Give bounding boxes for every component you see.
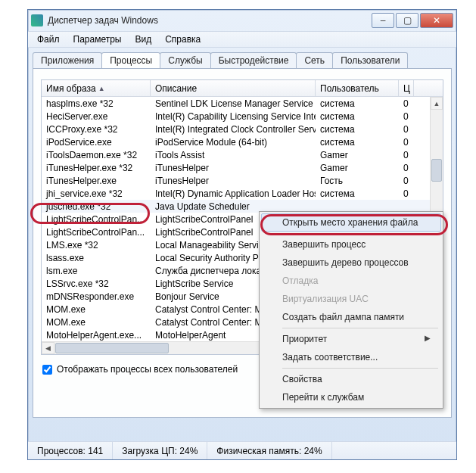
cell-user: система xyxy=(316,98,399,109)
cell-user: Gamer xyxy=(316,163,399,173)
cell-cpu: 0 xyxy=(399,98,414,109)
statusbar: Процессов: 141 Загрузка ЦП: 24% Физическ… xyxy=(28,441,456,459)
cell-name: ICCProxy.exe *32 xyxy=(42,124,151,135)
tab-performance[interactable]: Быстродействие xyxy=(210,52,297,68)
window-title: Диспетчер задач Windows xyxy=(48,15,372,26)
cell-user: система xyxy=(316,188,399,199)
show-all-users-row: Отображать процессы всех пользователей xyxy=(42,364,238,375)
cell-description: iTools Assist xyxy=(151,150,316,160)
cell-description: iPodService Module (64-bit) xyxy=(151,137,316,148)
cell-name: jhi_service.exe *32 xyxy=(42,188,151,199)
column-user[interactable]: Пользователь xyxy=(316,80,399,96)
cell-description: Intel(R) Integrated Clock Controller Ser… xyxy=(151,124,316,135)
cell-name: LightScribeControlPan... xyxy=(42,227,151,238)
menu-end-process[interactable]: Завершить процесс xyxy=(261,235,441,254)
close-button[interactable]: ✕ xyxy=(420,13,453,28)
hscroll-thumb[interactable] xyxy=(55,343,169,353)
scroll-up-button[interactable]: ▲ xyxy=(431,97,443,110)
menu-separator xyxy=(282,328,438,328)
show-all-users-label: Отображать процессы всех пользователей xyxy=(57,364,238,375)
menu-separator xyxy=(282,233,438,234)
cell-name: lsass.exe xyxy=(42,253,151,263)
cell-description: Intel(R) Capability Licensing Service In… xyxy=(151,111,316,122)
cell-name: hasplms.exe *32 xyxy=(42,98,151,109)
column-cpu[interactable]: Ц xyxy=(399,80,414,96)
cell-cpu: 0 xyxy=(399,163,414,173)
cell-description: Intel(R) Dynamic Application Loader Host… xyxy=(151,188,316,199)
cell-cpu: 0 xyxy=(399,137,414,148)
process-context-menu: Открыть место хранения файла Завершить п… xyxy=(259,211,443,409)
list-header: Имя образа▲ Описание Пользователь Ц xyxy=(42,80,443,97)
table-row[interactable]: iTunesHelper.exe *32iTunesHelperGamer0 xyxy=(42,161,443,174)
menu-open-file-location[interactable]: Открыть место хранения файла xyxy=(261,213,441,232)
cell-name: HeciServer.exe xyxy=(42,111,151,122)
menu-separator xyxy=(282,368,438,369)
menu-help[interactable]: Справка xyxy=(159,33,207,46)
column-image-name[interactable]: Имя образа▲ xyxy=(42,80,151,96)
table-row[interactable]: HeciServer.exeIntel(R) Capability Licens… xyxy=(42,110,443,123)
cell-name: MotoHelperAgent.exe... xyxy=(42,330,151,341)
cell-name: iPodService.exe xyxy=(42,137,151,148)
cell-user: Гость xyxy=(316,176,399,186)
menu-priority[interactable]: Приоритет▶ xyxy=(261,330,441,348)
menu-end-process-tree[interactable]: Завершить дерево процессов xyxy=(261,254,441,272)
cell-description: Java Update Scheduler xyxy=(151,201,316,212)
table-row[interactable]: iPodService.exeiPodService Module (64-bi… xyxy=(42,135,443,148)
tab-network[interactable]: Сеть xyxy=(296,52,333,68)
cell-user: система xyxy=(316,124,399,135)
cell-name: LSSrvc.exe *32 xyxy=(42,279,151,289)
menu-create-dump[interactable]: Создать файл дампа памяти xyxy=(261,308,441,326)
menu-debug: Отладка xyxy=(261,272,441,290)
cell-cpu: 0 xyxy=(399,176,414,186)
cell-name: MOM.exe xyxy=(42,304,151,315)
table-row[interactable]: iToolsDaemon.exe *32iTools AssistGamer0 xyxy=(42,148,443,161)
scroll-thumb[interactable] xyxy=(431,159,442,182)
tabstrip: Приложения Процессы Службы Быстродействи… xyxy=(28,48,456,68)
cell-name: LightScribeControlPan... xyxy=(42,214,151,225)
column-description[interactable]: Описание xyxy=(151,80,316,96)
cell-description: iTunesHelper xyxy=(151,163,316,173)
cell-name: MOM.exe xyxy=(42,317,151,328)
cell-cpu: 0 xyxy=(399,150,414,160)
show-all-users-checkbox[interactable] xyxy=(42,365,52,375)
cell-user: Gamer xyxy=(316,150,399,160)
menu-set-affinity[interactable]: Задать соответствие... xyxy=(261,348,441,366)
menu-file[interactable]: Файл xyxy=(31,33,66,46)
menu-uac-virtualization: Виртуализация UAC xyxy=(261,290,441,308)
cell-name: iTunesHelper.exe *32 xyxy=(42,163,151,173)
app-icon xyxy=(31,14,43,26)
table-row[interactable]: ICCProxy.exe *32Intel(R) Integrated Cloc… xyxy=(42,123,443,135)
cell-name: lsm.exe xyxy=(42,266,151,276)
cell-cpu: 0 xyxy=(399,188,414,199)
titlebar[interactable]: Диспетчер задач Windows – ▢ ✕ xyxy=(28,10,456,31)
menu-view[interactable]: Вид xyxy=(129,33,157,46)
cell-description: iTunesHelper xyxy=(151,176,316,186)
table-row[interactable]: jhi_service.exe *32Intel(R) Dynamic Appl… xyxy=(42,187,443,200)
sort-ascending-icon: ▲ xyxy=(98,85,105,92)
status-cpu-usage: Загрузка ЦП: 24% xyxy=(113,442,207,459)
cell-name: LMS.exe *32 xyxy=(42,240,151,251)
cell-description: Sentinel LDK License Manager Service xyxy=(151,98,316,109)
cell-name: jusched.exe *32 xyxy=(42,201,151,212)
minimize-button[interactable]: – xyxy=(372,13,394,28)
tab-users[interactable]: Пользователи xyxy=(332,52,408,68)
cell-name: iTunesHelper.exe xyxy=(42,176,151,186)
status-process-count: Процессов: 141 xyxy=(28,442,113,459)
menubar: Файл Параметры Вид Справка xyxy=(28,31,456,48)
cell-cpu: 0 xyxy=(399,111,414,122)
maximize-button[interactable]: ▢ xyxy=(396,13,418,28)
tab-processes[interactable]: Процессы xyxy=(101,52,160,68)
scroll-left-button[interactable]: ◀ xyxy=(42,342,54,354)
tab-services[interactable]: Службы xyxy=(160,52,210,68)
table-row[interactable]: hasplms.exe *32Sentinel LDK License Mana… xyxy=(42,97,443,110)
status-memory-usage: Физическая память: 24% xyxy=(207,442,331,459)
cell-user: система xyxy=(316,111,399,122)
tab-applications[interactable]: Приложения xyxy=(33,52,102,68)
menu-goto-services[interactable]: Перейти к службам xyxy=(261,388,441,406)
cell-name: iToolsDaemon.exe *32 xyxy=(42,150,151,160)
cell-name: mDNSResponder.exe xyxy=(42,291,151,302)
menu-properties[interactable]: Свойства xyxy=(261,370,441,388)
cell-cpu: 0 xyxy=(399,124,414,135)
table-row[interactable]: iTunesHelper.exeiTunesHelperГость0 xyxy=(42,174,443,187)
menu-options[interactable]: Параметры xyxy=(67,33,128,46)
